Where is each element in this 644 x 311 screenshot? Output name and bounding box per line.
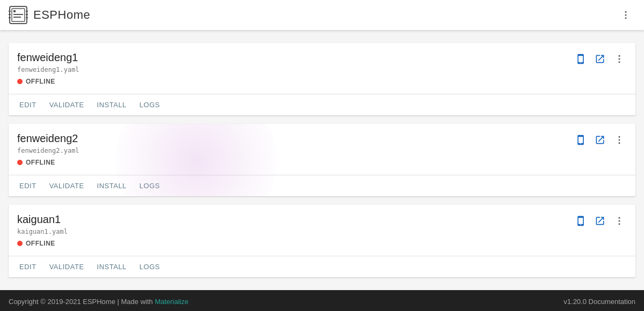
svg-rect-2 (13, 10, 16, 12)
svg-point-12 (625, 14, 627, 16)
logs-button[interactable]: LOGS (133, 258, 166, 275)
open-in-new-icon (595, 216, 605, 226)
device-status: OFFLINE (17, 240, 573, 247)
more-vert-icon (614, 54, 625, 64)
card-top: fenweideng2 fenweideng2.yaml OFFLINE (9, 124, 635, 171)
install-button[interactable]: INSTALL (91, 258, 133, 275)
svg-point-15 (619, 58, 620, 60)
edit-button[interactable]: EDIT (13, 97, 43, 113)
card-info: kaiguan1 kaiguan1.yaml OFFLINE (17, 213, 573, 247)
edit-button[interactable]: EDIT (13, 258, 43, 275)
smartphone-icon (575, 216, 586, 226)
install-button[interactable]: INSTALL (91, 177, 133, 194)
svg-rect-7 (9, 17, 11, 18)
logo: ESPHome (9, 5, 90, 25)
svg-point-16 (619, 61, 620, 63)
device-card: kaiguan1 kaiguan1.yaml OFFLINE (9, 205, 635, 277)
footer-version: v1.20.0 Documentation (564, 298, 635, 306)
device-card: fenweideng1 fenweideng1.yaml OFFLINE (9, 43, 635, 115)
svg-point-21 (619, 220, 620, 222)
status-dot (17, 241, 23, 246)
device-wireless-button[interactable] (573, 213, 588, 228)
svg-rect-9 (26, 14, 28, 15)
svg-rect-4 (13, 17, 21, 18)
device-wireless-button[interactable] (573, 132, 588, 147)
status-dot (17, 79, 23, 84)
logs-button[interactable]: LOGS (133, 177, 166, 194)
svg-point-14 (619, 55, 620, 57)
more-vert-icon (620, 10, 631, 20)
svg-rect-10 (26, 17, 28, 18)
svg-point-22 (619, 223, 620, 225)
edit-button[interactable]: EDIT (13, 177, 43, 194)
open-in-new-icon (595, 54, 605, 64)
svg-point-17 (619, 136, 620, 138)
device-open-button[interactable] (592, 132, 608, 147)
app-title: ESPHome (33, 8, 90, 22)
svg-point-19 (619, 142, 620, 144)
card-bottom: EDIT VALIDATE INSTALL LOGS (9, 94, 635, 115)
card-bottom: EDIT VALIDATE INSTALL LOGS (9, 175, 635, 196)
device-more-button[interactable] (612, 132, 627, 147)
device-more-button[interactable] (612, 51, 627, 66)
logo-icon (9, 5, 28, 25)
device-filename: fenweideng1.yaml (17, 66, 573, 73)
device-name: kaiguan1 (17, 213, 573, 226)
device-filename: fenweideng2.yaml (17, 147, 573, 154)
validate-button[interactable]: VALIDATE (43, 258, 91, 275)
status-text: OFFLINE (26, 159, 55, 166)
svg-point-13 (625, 17, 627, 19)
device-card: fenweideng2 fenweideng2.yaml OFFLINE (9, 124, 635, 196)
svg-point-20 (619, 217, 620, 219)
status-text: OFFLINE (26, 78, 55, 85)
status-text: OFFLINE (26, 240, 55, 247)
device-status: OFFLINE (17, 78, 573, 85)
materialize-link[interactable]: Materialize (155, 298, 188, 306)
device-open-button[interactable] (592, 51, 608, 66)
card-actions-top (573, 132, 627, 147)
smartphone-icon (575, 135, 586, 145)
svg-point-11 (625, 11, 627, 13)
device-filename: kaiguan1.yaml (17, 228, 573, 235)
card-info: fenweideng2 fenweideng2.yaml OFFLINE (17, 132, 573, 166)
svg-rect-6 (9, 14, 11, 15)
open-in-new-icon (595, 135, 605, 145)
header: ESPHome (0, 0, 644, 30)
card-actions-top (573, 51, 627, 66)
header-more-button[interactable] (616, 5, 635, 25)
device-open-button[interactable] (592, 213, 608, 228)
more-vert-icon (614, 216, 625, 226)
svg-point-18 (619, 139, 620, 141)
card-info: fenweideng1 fenweideng1.yaml OFFLINE (17, 51, 573, 85)
more-vert-icon (614, 135, 625, 145)
device-name: fenweideng1 (17, 51, 573, 64)
svg-rect-3 (13, 14, 23, 15)
footer-copyright: Copyright © 2019-2021 ESPHome | Made wit… (9, 298, 188, 306)
validate-button[interactable]: VALIDATE (43, 177, 91, 194)
card-bottom: EDIT VALIDATE INSTALL LOGS (9, 256, 635, 277)
svg-rect-8 (26, 11, 28, 12)
main-content: fenweideng1 fenweideng1.yaml OFFLINE (0, 30, 644, 290)
logs-button[interactable]: LOGS (133, 97, 166, 113)
status-dot (17, 160, 23, 165)
device-wireless-button[interactable] (573, 51, 588, 66)
card-actions-top (573, 213, 627, 228)
device-more-button[interactable] (612, 213, 627, 228)
smartphone-icon (575, 54, 586, 64)
validate-button[interactable]: VALIDATE (43, 97, 91, 113)
footer: Copyright © 2019-2021 ESPHome | Made wit… (0, 290, 644, 311)
card-top: fenweideng1 fenweideng1.yaml OFFLINE (9, 43, 635, 90)
install-button[interactable]: INSTALL (91, 97, 133, 113)
device-status: OFFLINE (17, 159, 573, 166)
device-name: fenweideng2 (17, 132, 573, 145)
card-top: kaiguan1 kaiguan1.yaml OFFLINE (9, 205, 635, 251)
svg-rect-5 (9, 11, 11, 12)
